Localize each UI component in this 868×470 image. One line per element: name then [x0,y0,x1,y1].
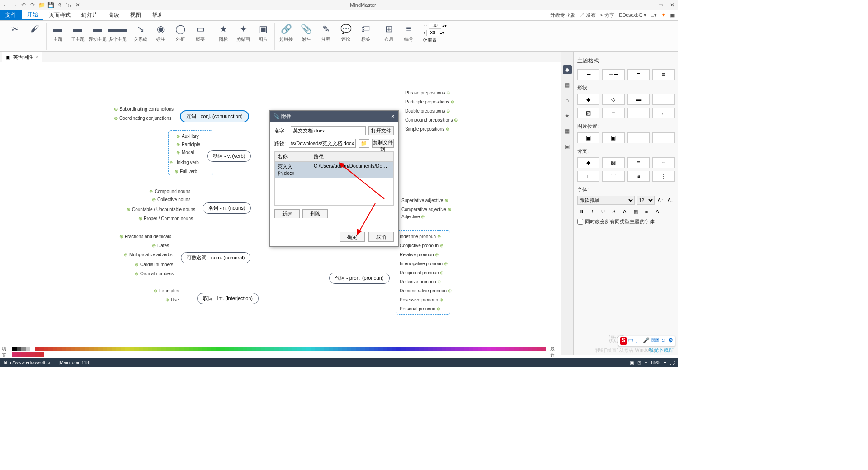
sub-node[interactable]: Indefinite pronoun [400,234,441,239]
topic-button[interactable]: ▬主题 [49,23,66,42]
sub-node[interactable]: Reflexive pronoun [400,279,441,284]
delete-button[interactable]: 删除 [302,209,328,218]
close-button[interactable]: ✕ [668,2,676,8]
branch-option[interactable]: ≡ [627,157,650,168]
zoom-out-button[interactable]: − [645,360,647,365]
sub-node[interactable]: Subordinating conjunctions [114,107,174,112]
node-numeral[interactable]: 可数名词 - num. (numeral) [181,252,250,263]
open-file-button[interactable]: 打开文件 [368,126,394,135]
sub-node[interactable]: Countable / Uncountable nouns [127,207,195,212]
sub-node[interactable]: Examples [154,288,179,293]
boundary-button[interactable]: ◯外框 [172,23,189,42]
tab-task[interactable]: ▦ [563,127,572,136]
sub-node[interactable]: Linking verb [169,160,199,165]
branch-option[interactable]: ⋮ [652,171,675,182]
fullscreen-icon[interactable]: ⛶ [670,360,675,365]
node-verb[interactable]: 动词 - v. (verb) [207,150,251,162]
tab-clipart[interactable]: ★ [563,111,572,120]
doc-tab-close[interactable]: × [36,54,38,60]
vspace-input[interactable] [426,30,439,36]
icon-button[interactable]: ★图标 [215,23,232,42]
qat-print-icon[interactable]: 🖨 [56,1,63,9]
apply-all-checkbox[interactable] [577,219,583,225]
imgpos-option[interactable]: ▣ [602,132,624,143]
attachment-button[interactable]: 📎附件 [297,23,315,42]
imgpos-option[interactable]: ▣ [577,132,599,143]
sub-node[interactable]: Relative pronoun [400,252,439,257]
sub-node[interactable]: Modal [176,150,194,155]
new-button[interactable]: 新建 [274,209,300,218]
sub-node[interactable]: Phrase prepositions [405,90,450,95]
summary-button[interactable]: ▭概要 [192,23,209,42]
sub-node[interactable]: Ordinal numbers [135,271,174,276]
imgpos-option[interactable] [652,132,675,143]
highlight-button[interactable]: ▨ [632,207,640,216]
sub-node[interactable]: Dates [152,243,169,248]
stepper-icon[interactable]: ▴▾ [440,30,444,35]
ime-punct[interactable]: 、 [636,337,641,345]
ime-toolbar[interactable]: S 中 、 🎤 ⌨ ☺ ⚙ [618,336,675,346]
branch-option[interactable]: ▨ [602,157,624,168]
status-url[interactable]: http://www.edrawsoft.cn [4,360,52,365]
sub-node[interactable]: Coordinating conjunctions [114,116,171,121]
collapse-ribbon-icon[interactable]: ▣ [670,12,675,18]
ime-voice-icon[interactable]: 🎤 [643,337,650,345]
zoom-in-button[interactable]: + [664,360,666,365]
apps-icon[interactable]: ✦ [661,12,665,18]
branch-option[interactable]: ≋ [627,171,650,182]
branch-option[interactable]: ◆ [577,157,599,168]
style-option[interactable]: ⊢ [577,69,599,80]
sub-node[interactable]: Double prepositions [405,108,450,113]
note-button[interactable]: ✎注释 [317,23,335,42]
palette-colors[interactable] [12,347,548,357]
layout-button[interactable]: ⊞布局 [380,23,397,42]
sub-node[interactable]: Full verb [175,169,197,174]
sub-node[interactable]: Cardial numbers [135,262,173,267]
publish-link[interactable]: ↗ 发布 [580,12,596,19]
italic-button[interactable]: I [588,207,596,216]
sub-node[interactable]: Auxiliary [176,134,199,139]
border-option[interactable]: ≡ [602,108,624,118]
sub-node[interactable]: Collective nouns [152,197,190,202]
node-interjection[interactable]: 叹词 - int. (interjection) [197,293,259,304]
share-link[interactable]: < 分享 [600,12,614,19]
font-shrink-button[interactable]: A↓ [666,196,675,204]
stepper-icon[interactable]: ▴▾ [442,23,447,28]
fill-option[interactable]: ▨ [577,108,599,118]
sub-node[interactable]: Conjuctive pronoun [400,243,443,248]
callout-button[interactable]: ◉标注 [152,23,169,42]
ime-keyboard-icon[interactable]: ⌨ [651,337,659,345]
menu-start[interactable]: 开始 [22,10,43,20]
font-grow-button[interactable]: A↑ [656,196,665,204]
more-font-button[interactable]: A [653,207,661,216]
ime-lang[interactable]: 中 [628,337,634,345]
upgrade-link[interactable]: 升级专业版 [550,12,575,19]
align-button[interactable]: ≡ [642,207,651,216]
ok-button[interactable]: 确定 [340,232,365,242]
qat-forward-icon[interactable]: → [11,1,18,9]
hspace-input[interactable] [429,23,441,29]
ime-emoji-icon[interactable]: ☺ [661,337,666,345]
name-input[interactable] [291,126,366,135]
menu-advanced[interactable]: 高级 [103,10,125,20]
tag-button[interactable]: 🏷标签 [357,23,374,42]
qat-close-icon[interactable]: ✕ [74,1,81,9]
sub-node[interactable]: Fractions and demicals [119,234,171,239]
qat-redo-icon[interactable]: ↷ [29,1,36,9]
menu-view[interactable]: 视图 [125,10,146,20]
font-size-select[interactable]: 12 [637,196,655,205]
sub-node[interactable]: Simple prepositions [405,127,449,132]
sub-node[interactable]: Personal pronoun [400,306,440,311]
shape-option[interactable]: ◇ [602,94,624,105]
menu-help[interactable]: 帮助 [146,10,168,20]
subtopic-button[interactable]: ▬子主题 [69,23,86,42]
multi-topic-button[interactable]: ▬▬多个主题 [109,23,126,42]
sub-node[interactable]: Use [165,297,179,302]
document-tab[interactable]: ▣ 英语词性 × [2,52,42,62]
underline-button[interactable]: U [599,207,607,216]
tab-outline[interactable]: ▤ [563,80,572,89]
sub-node[interactable]: Compound nouns [149,189,190,194]
node-noun[interactable]: 名词 - n. (nouns) [203,202,251,214]
menu-page-style[interactable]: 页面样式 [43,10,76,20]
sub-node[interactable]: Demonstrative pronoun [400,288,452,293]
